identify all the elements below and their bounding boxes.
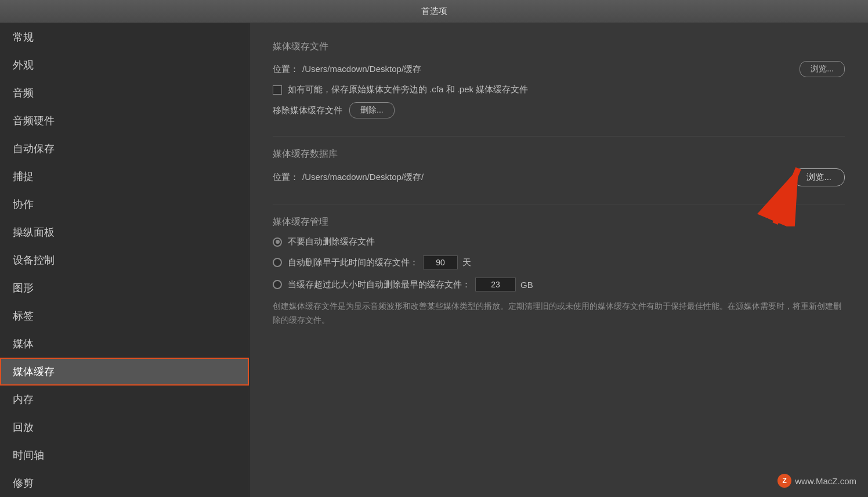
section-media-cache-database: 媒体缓存数据库 位置： /Users/macdown/Desktop/缓存/ 浏… <box>273 148 845 186</box>
browse-button-files[interactable]: 浏览... <box>800 61 845 77</box>
cfa-checkbox-label: 如有可能，保存原始媒体文件旁边的 .cfa 和 .pek 媒体缓存文件 <box>288 84 528 95</box>
sidebar-item-collaboration[interactable]: 协作 <box>0 190 249 218</box>
radio-auto-delete-time[interactable] <box>273 258 282 267</box>
sidebar-item-audio[interactable]: 音频 <box>0 79 249 107</box>
media-cache-files-title: 媒体缓存文件 <box>273 41 845 53</box>
sidebar-item-auto-save[interactable]: 自动保存 <box>0 135 249 163</box>
location-value-files: /Users/macdown/Desktop/缓存 <box>302 64 421 75</box>
sidebar-item-memory[interactable]: 内存 <box>0 386 249 413</box>
watermark-icon: Z <box>777 474 791 488</box>
sidebar-item-media-cache[interactable]: 媒体缓存 <box>0 358 249 386</box>
sidebar-item-control-panel[interactable]: 操纵面板 <box>0 218 249 246</box>
location-label-db: 位置： <box>273 172 299 183</box>
radio-row-no-delete: 不要自动删除缓存文件 <box>273 236 845 247</box>
sidebar-item-playback[interactable]: 回放 <box>0 413 249 441</box>
section-media-cache-management: 媒体缓存管理 不要自动删除缓存文件 自动删除早于此时间的缓存文件： 天 当缓存超… <box>273 216 845 327</box>
radio-no-delete-label: 不要自动删除缓存文件 <box>288 236 375 247</box>
sidebar-item-graphics[interactable]: 图形 <box>0 274 249 302</box>
sidebar-item-trim[interactable]: 修剪 <box>0 469 249 497</box>
divider-2 <box>273 204 845 204</box>
sidebar-item-general[interactable]: 常规 <box>0 23 249 51</box>
divider-1 <box>273 136 845 136</box>
media-cache-database-title: 媒体缓存数据库 <box>273 148 845 160</box>
section-media-cache-files: 媒体缓存文件 位置： /Users/macdown/Desktop/缓存 浏览.… <box>273 41 845 118</box>
location-row-files: 位置： /Users/macdown/Desktop/缓存 浏览... <box>273 61 845 77</box>
remove-row: 移除媒体缓存文件 删除... <box>273 102 845 118</box>
radio-auto-delete-size-label: 当缓存超过此大小时自动删除最早的缓存文件： <box>288 279 471 290</box>
cfa-checkbox[interactable] <box>273 85 282 95</box>
delete-button[interactable]: 删除... <box>349 102 395 118</box>
location-value-db: /Users/macdown/Desktop/缓存/ <box>302 172 424 183</box>
location-label-files: 位置： <box>273 64 299 75</box>
description-text: 创建媒体缓存文件是为显示音频波形和改善某些媒体类型的播放。定期清理旧的或未使用的… <box>273 300 845 327</box>
sidebar-item-timeline[interactable]: 时间轴 <box>0 441 249 469</box>
radio-auto-delete-size[interactable] <box>273 280 282 289</box>
watermark-text: www.MacZ.com <box>795 476 856 486</box>
checkbox-row-cfa: 如有可能，保存原始媒体文件旁边的 .cfa 和 .pek 媒体缓存文件 <box>273 84 845 95</box>
radio-row-auto-delete-size: 当缓存超过此大小时自动删除最早的缓存文件： GB <box>273 278 845 291</box>
media-cache-management-title: 媒体缓存管理 <box>273 216 845 228</box>
radio-no-delete[interactable] <box>273 237 282 247</box>
sidebar: 常规 外观 音频 音频硬件 自动保存 捕捉 协作 操纵面板 设备控制 图形 标签… <box>0 23 249 497</box>
gb-unit: GB <box>520 280 533 290</box>
sidebar-item-audio-hardware[interactable]: 音频硬件 <box>0 107 249 135</box>
watermark: Z www.MacZ.com <box>777 474 856 488</box>
browse-button-database[interactable]: 浏览... <box>793 168 845 186</box>
title-bar: 首选项 <box>0 0 868 23</box>
days-unit: 天 <box>462 257 471 268</box>
remove-label: 移除媒体缓存文件 <box>273 105 342 116</box>
sidebar-item-labels[interactable]: 标签 <box>0 302 249 330</box>
location-row-database: 位置： /Users/macdown/Desktop/缓存/ 浏览... <box>273 168 845 186</box>
sidebar-item-device-control[interactable]: 设备控制 <box>0 246 249 274</box>
window-title: 首选项 <box>421 6 447 17</box>
auto-delete-size-input[interactable] <box>475 278 516 291</box>
main-container: 常规 外观 音频 音频硬件 自动保存 捕捉 协作 操纵面板 设备控制 图形 标签… <box>0 23 868 497</box>
sidebar-item-appearance[interactable]: 外观 <box>0 51 249 79</box>
radio-auto-delete-time-label: 自动删除早于此时间的缓存文件： <box>288 257 418 268</box>
sidebar-item-media[interactable]: 媒体 <box>0 330 249 358</box>
content-area: 媒体缓存文件 位置： /Users/macdown/Desktop/缓存 浏览.… <box>249 23 868 497</box>
sidebar-item-capture[interactable]: 捕捉 <box>0 163 249 190</box>
auto-delete-days-input[interactable] <box>423 255 458 269</box>
radio-row-auto-delete-time: 自动删除早于此时间的缓存文件： 天 <box>273 255 845 269</box>
